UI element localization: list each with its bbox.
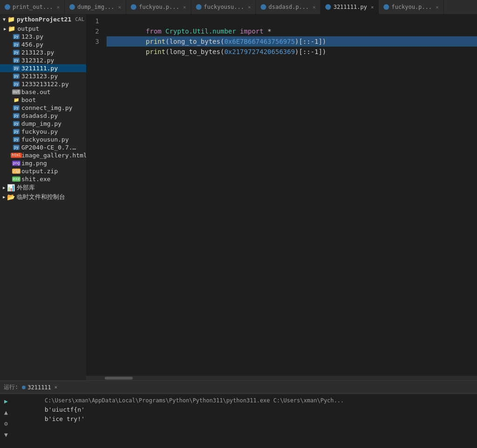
settings-button[interactable]: ⚙: [1, 418, 11, 428]
sidebar-item-baseout[interactable]: out base.out: [0, 88, 86, 96]
tab-close-icon[interactable]: ×: [371, 4, 374, 10]
run-tab-name: 3211111: [27, 384, 51, 391]
sidebar-item-dump-img[interactable]: py dump_img.py: [0, 120, 86, 128]
sidebar-item-label: GP2040-CE_0.7.5_Pi...: [21, 144, 77, 151]
editor-area[interactable]: 1 2 3 from Crypto.Util.number import * p…: [86, 14, 477, 380]
bottom-controls: ▶ ▲ ⚙ ▼: [0, 394, 12, 448]
py-file-icon: py: [13, 57, 20, 64]
scrollbar-thumb[interactable]: [105, 377, 133, 380]
sidebar-item-1233213122py[interactable]: py 1233213122.py: [0, 80, 86, 88]
tab-3211111[interactable]: 3211111.py ×: [321, 0, 379, 14]
sidebar-item-gp2040[interactable]: py GP2040-CE_0.7.5_Pi...: [0, 143, 86, 151]
lib-icon: 📊: [7, 184, 15, 191]
tab-label: fuckyou.p...: [391, 4, 432, 10]
sidebar-item-label: connect_img.py: [21, 104, 73, 111]
tab-close-icon[interactable]: ×: [436, 4, 439, 10]
py-file-icon: py: [13, 136, 20, 143]
func-print: print: [146, 48, 165, 55]
tab-fuckyou2[interactable]: fuckyou.p... ×: [379, 0, 443, 14]
py-file-icon: py: [13, 144, 20, 151]
folder-icon: 📁: [8, 25, 15, 32]
tab-label: 3211111.py: [333, 4, 367, 10]
sidebar-item-label: fuckyou.py: [21, 128, 58, 135]
folder-arrow-icon: ▶: [4, 27, 6, 31]
line-number-3: 3: [88, 36, 99, 47]
sidebar-item-dsadasd[interactable]: py dsadasd.py: [0, 112, 86, 120]
scroll-down-button[interactable]: ▼: [1, 429, 11, 440]
sidebar-item-3211111py[interactable]: py 3211111.py: [0, 64, 86, 72]
sidebar-item-3213123py[interactable]: py 3213123.py: [0, 72, 86, 80]
sidebar-item-fuckyousun[interactable]: py fuckyousun.py: [0, 136, 86, 143]
sidebar-item-456py[interactable]: py 456.py: [0, 41, 86, 48]
sidebar-item-outputzip[interactable]: zip output.zip: [0, 167, 86, 175]
tab-fuckyousun[interactable]: fuckyousu... ×: [191, 0, 256, 14]
tab-label: fuckyousu...: [204, 4, 244, 10]
console-output-line2: b'ice try!': [45, 414, 473, 424]
tab-dsadasd[interactable]: dsadasd.p... ×: [256, 0, 321, 14]
bottom-panel-header: 运行: 3211111 ×: [0, 381, 477, 394]
run-tab[interactable]: 3211111 ×: [22, 384, 57, 391]
tab-close-icon[interactable]: ×: [313, 4, 316, 10]
tab-dump-img[interactable]: dump_img... ×: [65, 0, 126, 14]
code-area[interactable]: from Crypto.Util.number import * print(l…: [105, 16, 477, 374]
tab-close-icon[interactable]: ×: [54, 384, 58, 390]
tab-fuckyou[interactable]: fuckyou.p... ×: [126, 0, 191, 14]
editor-scrollbar[interactable]: [86, 376, 477, 380]
sidebar-item-123py[interactable]: py 123.py: [0, 33, 86, 41]
bottom-panel: 运行: 3211111 × ▶ ▲ ⚙ ▼ C:\Users\xman\AppD…: [0, 380, 477, 448]
slice-notation: ::-1: [302, 38, 318, 45]
run-label: 运行:: [4, 383, 18, 391]
hex-value-1: 0x6E7B667463756975: [224, 38, 295, 45]
settings-icon: ⚙: [4, 420, 8, 427]
sidebar-item-shitexe[interactable]: exe shit.exe: [0, 175, 86, 183]
play-button[interactable]: ▶: [1, 396, 11, 406]
sidebar-item-312312py[interactable]: py 312312.py: [0, 56, 86, 64]
star-import: *: [268, 27, 271, 35]
scroll-up-button[interactable]: ▲: [1, 407, 11, 417]
bottom-inner: ▶ ▲ ⚙ ▼ C:\Users\xman\AppData\Local\Prog…: [0, 394, 477, 448]
py-file-icon: py: [13, 105, 20, 111]
project-arrow-icon: ▼: [3, 17, 6, 22]
code-text: ]): [318, 48, 326, 55]
py-file-icon: py: [13, 113, 20, 119]
tab-icon: [261, 4, 266, 10]
sidebar-item-label: 456.py: [21, 41, 43, 48]
tab-close-icon[interactable]: ×: [57, 4, 60, 10]
py-file-icon: py: [13, 41, 20, 48]
tab-close-icon[interactable]: ×: [183, 4, 186, 10]
tab-close-icon[interactable]: ×: [118, 4, 121, 10]
code-text: [263, 27, 267, 35]
tab-label: dsadasd.p...: [269, 4, 309, 10]
sidebar-item-image-gallery[interactable]: html image_gallery.html: [0, 151, 86, 159]
sidebar-item-imgpng[interactable]: png img.png: [0, 159, 86, 167]
sidebar-item-label: shit.exe: [21, 176, 51, 183]
console-output-area: C:\Users\xman\AppData\Local\Programs\Pyt…: [12, 394, 477, 448]
sidebar: ▼ 📁 pythonProject21 CAL ▶ 📁 output py 12…: [0, 14, 86, 380]
sidebar-item-label: 3211111.py: [21, 65, 58, 72]
tab-print-out[interactable]: print_out... ×: [0, 0, 65, 14]
sidebar-item-boot[interactable]: 📁 boot: [0, 96, 86, 104]
sidebar-item-213123py[interactable]: py 213123.py: [0, 48, 86, 56]
code-text: )[: [295, 48, 303, 55]
sidebar-item-output[interactable]: ▶ 📁 output: [0, 25, 86, 33]
exe-file-icon: exe: [13, 176, 20, 183]
tab-close-icon[interactable]: ×: [248, 4, 251, 10]
sidebar-item-label: 临时文件和控制台: [17, 193, 65, 201]
sidebar-item-label: 外部库: [17, 183, 35, 192]
sidebar-item-label: dsadasd.py: [21, 112, 58, 119]
project-name: pythonProject21: [17, 16, 71, 23]
sidebar-project-header[interactable]: ▼ 📁 pythonProject21 CAL: [0, 14, 86, 25]
sidebar-item-fuckyou[interactable]: py fuckyou.py: [0, 128, 86, 136]
editor-content[interactable]: 1 2 3 from Crypto.Util.number import * p…: [86, 14, 477, 376]
tab-label: dump_img...: [77, 4, 114, 10]
py-file-icon: py: [13, 121, 20, 127]
code-text: (long_to_bytes(: [165, 38, 224, 45]
sidebar-item-external-lib[interactable]: ▶ 📊 外部库: [0, 183, 86, 192]
sidebar-item-label: image_gallery.html: [21, 152, 86, 159]
tab-icon: [196, 4, 202, 10]
main-area: ▼ 📁 pythonProject21 CAL ▶ 📁 output py 12…: [0, 14, 477, 380]
py-file-icon: py: [13, 65, 20, 72]
sidebar-item-connect-img[interactable]: py connect_img.py: [0, 104, 86, 112]
code-text: (long_to_bytes(: [165, 48, 224, 55]
sidebar-item-temp-files[interactable]: ▶ 📂 临时文件和控制台: [0, 192, 86, 202]
